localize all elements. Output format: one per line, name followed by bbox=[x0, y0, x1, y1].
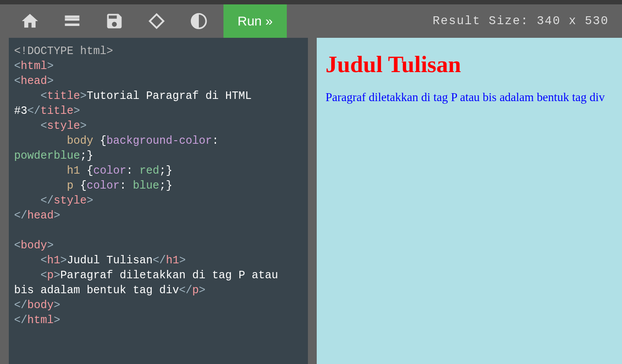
home-button[interactable] bbox=[9, 4, 51, 38]
window-top-strip bbox=[0, 0, 622, 4]
toolbar-left: Run » bbox=[9, 4, 287, 38]
theme-button[interactable] bbox=[178, 4, 220, 38]
save-icon bbox=[105, 11, 124, 31]
contrast-icon bbox=[189, 11, 209, 31]
result-size-label: Result Size: bbox=[433, 15, 529, 28]
menu-icon bbox=[62, 11, 82, 31]
home-icon bbox=[20, 11, 40, 31]
result-size-width: 340 bbox=[537, 15, 561, 28]
result-size-sep: x bbox=[569, 15, 577, 28]
rotate-button[interactable] bbox=[135, 4, 178, 38]
result-size-height: 530 bbox=[585, 15, 609, 28]
editor-panel: <!DOCTYPE html> <html> <head> <title>Tut… bbox=[0, 38, 308, 364]
result-frame: Judul Tulisan Paragraf diletakkan di tag… bbox=[317, 38, 622, 364]
run-button[interactable]: Run » bbox=[223, 4, 287, 38]
result-heading: Judul Tulisan bbox=[326, 51, 613, 77]
result-size-display: Result Size: 340 x 530 bbox=[433, 15, 613, 28]
code-editor[interactable]: <!DOCTYPE html> <html> <head> <title>Tut… bbox=[9, 38, 308, 364]
toolbar: Run » Result Size: 340 x 530 bbox=[0, 4, 622, 38]
rotate-icon bbox=[147, 11, 166, 31]
result-panel: Judul Tulisan Paragraf diletakkan di tag… bbox=[308, 38, 622, 364]
result-paragraph: Paragraf diletakkan di tag P atau bis ad… bbox=[326, 90, 613, 105]
code-doctype: <!DOCTYPE html> bbox=[14, 45, 113, 58]
run-button-label: Run » bbox=[238, 14, 273, 29]
main-area: <!DOCTYPE html> <html> <head> <title>Tut… bbox=[0, 38, 622, 364]
save-button[interactable] bbox=[93, 4, 135, 38]
menu-button[interactable] bbox=[51, 4, 93, 38]
